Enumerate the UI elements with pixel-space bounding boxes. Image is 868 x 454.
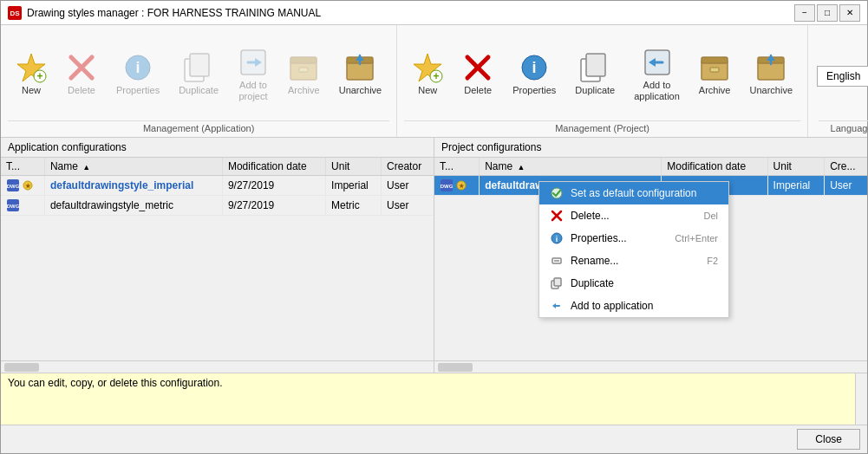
svg-rect-10 — [190, 54, 209, 76]
language-select[interactable]: English French German Spanish — [817, 66, 868, 87]
app-archive-label: Archive — [288, 85, 320, 96]
proj-archive-icon — [699, 52, 730, 83]
app-delete-button[interactable]: Delete — [58, 48, 105, 101]
properties-icon: i — [122, 52, 153, 83]
language-group-label: Language — [819, 120, 868, 137]
app-row2-unit: Metric — [326, 196, 382, 216]
svg-text:i: i — [136, 59, 140, 76]
ctx-delete[interactable]: Delete... Del — [539, 204, 728, 227]
app-add-to-project-button[interactable]: Add toproject — [230, 42, 277, 107]
svg-text:★: ★ — [459, 183, 465, 189]
ctx-add-to-app-icon — [550, 299, 564, 313]
ctx-rename[interactable]: Rename... F2 — [539, 250, 728, 272]
project-pane: Project configurations T... Name ▲ Modif… — [434, 138, 867, 373]
title-bar: DS Drawing styles manager : FOR HARNESS … — [1, 1, 867, 25]
table-row[interactable]: DWG defaultdrawingstyle_metric 9/27/2019… — [1, 196, 434, 216]
proj-row1-unit: Imperial — [767, 176, 825, 196]
app-table: T... Name ▲ Modification date Unit Creat… — [1, 158, 434, 216]
app-unarchive-button[interactable]: Unarchive — [331, 48, 390, 101]
app-table-container[interactable]: T... Name ▲ Modification date Unit Creat… — [1, 158, 434, 360]
unarchive-icon — [344, 52, 375, 83]
app-group-label: Management (Application) — [8, 120, 389, 137]
proj-delete-icon — [462, 52, 493, 83]
proj-properties-icon: i — [519, 52, 550, 83]
app-new-button[interactable]: + New — [8, 48, 55, 101]
proj-new-label: New — [418, 85, 437, 96]
proj-col-moddate[interactable]: Modification date — [662, 158, 767, 176]
ctx-duplicate[interactable]: Duplicate — [539, 272, 728, 295]
maximize-button[interactable]: □ — [817, 4, 838, 22]
app-properties-button[interactable]: i Properties — [108, 48, 167, 101]
ctx-delete-label: Delete... — [571, 210, 696, 222]
close-window-button[interactable]: ✕ — [839, 4, 860, 22]
svg-text:★: ★ — [25, 183, 31, 189]
app-row1-moddate: 9/27/2019 — [222, 176, 325, 196]
app-col-type[interactable]: T... — [1, 158, 44, 176]
minimize-button[interactable]: − — [794, 4, 815, 22]
title-bar-left: DS Drawing styles manager : FOR HARNESS … — [8, 6, 321, 20]
proj-new-button[interactable]: + New — [404, 48, 451, 101]
svg-rect-14 — [290, 57, 317, 63]
status-text: You can edit, copy, or delete this confi… — [8, 377, 223, 389]
duplicate-icon — [183, 52, 214, 83]
main-window: DS Drawing styles manager : FOR HARNESS … — [0, 0, 868, 454]
proj-archive-button[interactable]: Archive — [691, 48, 739, 101]
ctx-rename-shortcut: F2 — [707, 256, 718, 266]
app-duplicate-label: Duplicate — [179, 85, 219, 96]
app-h-scrollbar[interactable] — [1, 360, 434, 373]
svg-text:DWG: DWG — [441, 184, 454, 189]
table-row[interactable]: DWG ★ defaultdrawingstyle_imperial 9/27/… — [1, 176, 434, 196]
status-scrollbar[interactable] — [855, 373, 867, 425]
proj-delete-button[interactable]: Delete — [454, 48, 501, 101]
app-scrollbar-thumb[interactable] — [4, 363, 39, 372]
proj-col-type[interactable]: T... — [434, 158, 480, 176]
proj-row1-type: DWG ★ — [434, 176, 480, 196]
app-row2-moddate: 9/27/2019 — [222, 196, 325, 216]
svg-marker-55 — [552, 303, 556, 308]
svg-text:i: i — [556, 235, 558, 243]
ctx-add-to-app[interactable]: Add to application — [539, 295, 728, 317]
proj-scrollbar-thumb[interactable] — [438, 363, 473, 372]
ctx-properties[interactable]: i Properties... Ctrl+Enter — [539, 227, 728, 250]
delete-icon — [66, 52, 97, 83]
app-new-label: New — [22, 85, 41, 96]
proj-duplicate-button[interactable]: Duplicate — [567, 48, 623, 101]
proj-unarchive-button[interactable]: Unarchive — [742, 48, 801, 101]
proj-pane-header: Project configurations — [434, 138, 867, 158]
toolbar-group-application: + New Delete — [1, 25, 397, 137]
svg-text:DWG: DWG — [7, 204, 20, 209]
proj-properties-button[interactable]: i Properties — [505, 48, 564, 101]
window-controls: − □ ✕ — [794, 4, 860, 22]
proj-unarchive-icon — [755, 52, 786, 83]
app-row1-unit: Imperial — [326, 176, 382, 196]
proj-col-creator[interactable]: Cre... — [825, 158, 867, 176]
proj-col-name[interactable]: Name ▲ — [480, 158, 662, 176]
app-col-name[interactable]: Name ▲ — [44, 158, 222, 176]
toolbar: + New Delete — [1, 25, 867, 138]
app-col-creator[interactable]: Creator — [382, 158, 434, 176]
proj-name-sort-arrow: ▲ — [518, 163, 525, 172]
close-button[interactable]: Close — [797, 429, 860, 450]
svg-text:i: i — [532, 59, 537, 76]
language-group: English French German Spanish Language — [808, 25, 868, 137]
context-menu: Set as default configuration Delete... D… — [538, 181, 729, 318]
app-pane-header: Application configurations — [1, 138, 434, 158]
proj-h-scrollbar[interactable] — [434, 360, 867, 373]
bottom-bar: Close — [1, 425, 867, 453]
svg-rect-27 — [586, 54, 605, 76]
app-row2-type: DWG — [1, 196, 44, 216]
ctx-set-default[interactable]: Set as default configuration — [539, 182, 728, 204]
app-duplicate-button[interactable]: Duplicate — [171, 48, 226, 101]
proj-add-to-app-button[interactable]: Add toapplication — [626, 42, 688, 107]
svg-text:DWG: DWG — [7, 184, 20, 189]
add-to-project-icon — [238, 47, 269, 78]
ctx-properties-label: Properties... — [571, 232, 668, 244]
proj-duplicate-icon — [579, 52, 610, 83]
proj-add-to-app-label: Add toapplication — [634, 80, 680, 102]
status-bar: You can edit, copy, or delete this confi… — [1, 373, 867, 425]
app-archive-button[interactable]: Archive — [280, 48, 328, 101]
app-unarchive-label: Unarchive — [339, 85, 382, 96]
app-col-unit[interactable]: Unit — [326, 158, 382, 176]
app-col-moddate[interactable]: Modification date — [222, 158, 325, 176]
proj-col-unit[interactable]: Unit — [767, 158, 825, 176]
